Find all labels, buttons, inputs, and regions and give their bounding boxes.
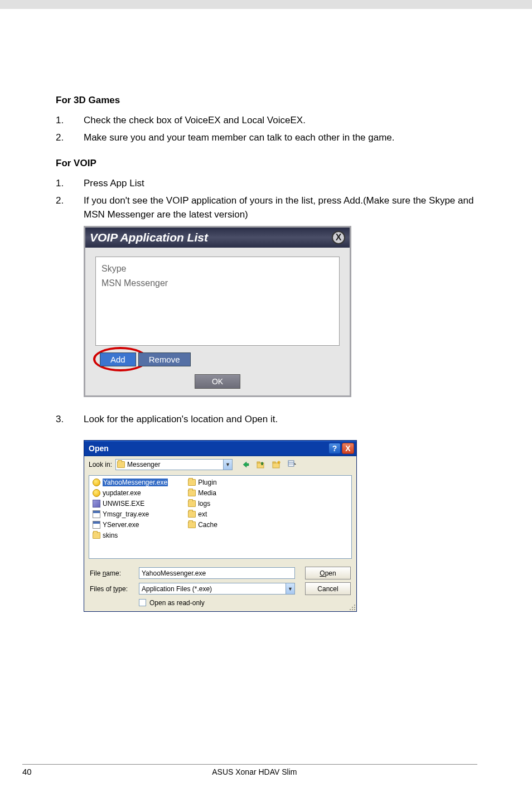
- folder-icon: [117, 461, 125, 468]
- file-item[interactable]: YServer.exe: [93, 520, 168, 530]
- open-dialog-titlebar: Open ? X: [84, 441, 356, 456]
- file-item[interactable]: Media: [188, 489, 217, 498]
- cancel-button[interactable]: Cancel: [305, 582, 351, 595]
- folder-icon: [188, 490, 196, 496]
- svg-rect-8: [288, 461, 294, 466]
- filetype-combo[interactable]: Application Files (*.exe) ▼: [139, 583, 295, 595]
- app-icon: [93, 500, 100, 508]
- page-footer: 40 ASUS Xonar HDAV Slim: [22, 764, 477, 776]
- readonly-label: Open as read-only: [149, 599, 205, 607]
- file-column: YahooMessenger.exe yupdater.exe UNWISE.E…: [93, 478, 168, 556]
- open-dialog-toolbar: Look in: Messenger ▼: [84, 456, 356, 473]
- folder-icon: [188, 479, 196, 486]
- list-3d-games: 1.Check the check box of VoiceEX and Loc…: [56, 114, 476, 144]
- file-item[interactable]: skins: [93, 531, 168, 540]
- app-icon: [93, 479, 100, 486]
- list-text: Press App List: [84, 177, 476, 191]
- open-button[interactable]: Open: [305, 567, 351, 579]
- look-in-label: Look in:: [89, 461, 112, 468]
- close-icon[interactable]: X: [332, 231, 345, 244]
- svg-rect-1: [257, 462, 260, 463]
- views-icon[interactable]: [286, 459, 298, 470]
- filename-label: File name:: [90, 569, 133, 577]
- file-item[interactable]: yupdater.exe: [93, 489, 168, 498]
- ok-button[interactable]: OK: [195, 374, 240, 389]
- list-number: 1.: [56, 114, 84, 128]
- heading-3d-games: For 3D Games: [56, 95, 476, 106]
- voip-app-list-window: VOIP Application List X Skype MSN Messen…: [84, 226, 351, 397]
- folder-icon: [188, 500, 196, 507]
- list-text: Make sure you and your team member can t…: [84, 131, 476, 145]
- list-voip-b: 3.Look for the application's location an…: [56, 413, 476, 427]
- svg-rect-2: [273, 463, 279, 468]
- file-item[interactable]: Ymsgr_tray.exe: [93, 510, 168, 519]
- file-item[interactable]: Plugin: [188, 478, 217, 487]
- file-area[interactable]: YahooMessenger.exe yupdater.exe UNWISE.E…: [89, 475, 352, 559]
- footer-text: ASUS Xonar HDAV Slim: [212, 767, 297, 776]
- list-number: 3.: [56, 413, 84, 427]
- page-number: 40: [22, 767, 32, 776]
- new-folder-icon[interactable]: [270, 459, 283, 470]
- folder-icon: [188, 521, 196, 528]
- top-grey-bar: [0, 0, 532, 9]
- voip-window-title: VOIP Application List: [90, 231, 208, 244]
- up-folder-icon[interactable]: [255, 459, 267, 470]
- file-item[interactable]: logs: [188, 499, 217, 509]
- file-item[interactable]: Cache: [188, 520, 217, 530]
- look-in-value: Messenger: [127, 461, 160, 468]
- list-number: 2.: [56, 194, 84, 221]
- file-item[interactable]: UNWISE.EXE: [93, 499, 168, 509]
- chevron-down-icon[interactable]: ▼: [286, 583, 294, 594]
- svg-rect-3: [273, 462, 275, 463]
- folder-icon: [188, 511, 196, 518]
- open-dialog-title: Open: [86, 444, 109, 453]
- filetype-value: Application Files (*.exe): [142, 585, 212, 593]
- open-dialog: Open ? X Look in: Messenger ▼: [84, 440, 357, 612]
- filetype-label: Files of type:: [90, 585, 133, 593]
- folder-icon: [93, 532, 100, 539]
- file-item[interactable]: YahooMessenger.exe: [93, 478, 168, 487]
- chevron-down-icon[interactable]: ▼: [223, 460, 232, 470]
- add-button[interactable]: Add: [100, 352, 136, 366]
- voip-titlebar: VOIP Application List X: [85, 228, 350, 248]
- app-icon: [93, 489, 100, 497]
- list-text: Look for the application's location and …: [84, 413, 476, 427]
- resize-grip-icon[interactable]: [347, 602, 355, 610]
- app-icon: [93, 510, 100, 518]
- file-column: Plugin Media logs ext Cache: [188, 478, 217, 556]
- readonly-row[interactable]: Open as read-only: [139, 599, 351, 607]
- list-number: 2.: [56, 131, 84, 145]
- heading-voip: For VOIP: [56, 158, 476, 169]
- filename-input[interactable]: [139, 567, 295, 579]
- voip-list-item[interactable]: Skype: [101, 262, 333, 276]
- voip-list-item[interactable]: MSN Messenger: [101, 276, 333, 291]
- app-icon: [93, 521, 100, 529]
- voip-listbox[interactable]: Skype MSN Messenger: [95, 257, 340, 346]
- list-number: 1.: [56, 177, 84, 191]
- list-text: If you don't see the VOIP application of…: [84, 194, 476, 221]
- help-icon[interactable]: ?: [328, 443, 341, 454]
- list-text: Check the check box of VoiceEX and Local…: [84, 114, 476, 128]
- readonly-checkbox[interactable]: [139, 599, 146, 606]
- look-in-combo[interactable]: Messenger ▼: [115, 459, 233, 470]
- list-voip-a: 1.Press App List 2.If you don't see the …: [56, 177, 476, 221]
- back-icon[interactable]: [239, 459, 252, 470]
- close-icon[interactable]: X: [342, 443, 354, 454]
- file-item[interactable]: ext: [188, 510, 217, 519]
- remove-button[interactable]: Remove: [138, 352, 191, 366]
